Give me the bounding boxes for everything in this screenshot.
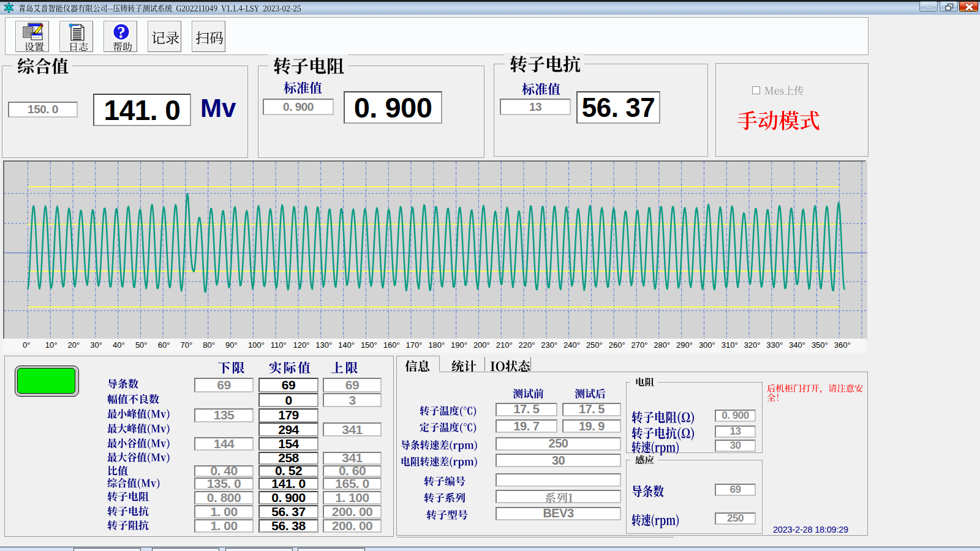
svg-text:?: ? — [117, 23, 126, 42]
